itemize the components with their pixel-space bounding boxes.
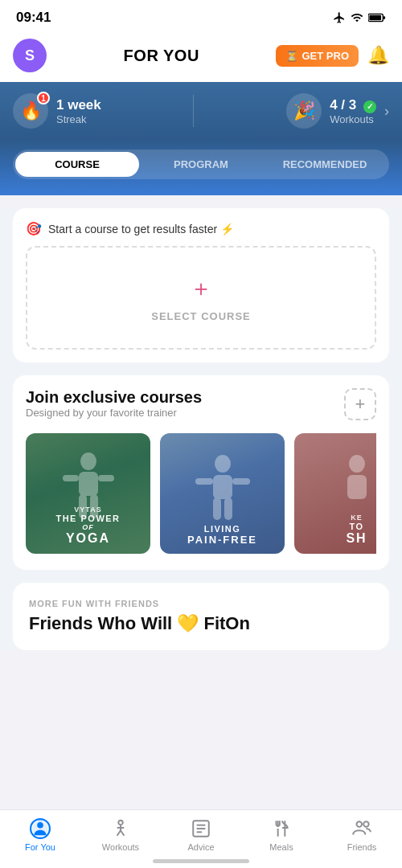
tab-course[interactable]: COURSE — [15, 152, 139, 177]
select-course-box[interactable]: ＋ SELECT COURSE — [26, 246, 376, 350]
svg-point-20 — [37, 822, 43, 829]
partial-thumbnail: KE TO SH — [294, 433, 376, 554]
course-item-partial[interactable]: KE TO SH — [294, 433, 376, 554]
notification-bell-icon[interactable]: 🔔 — [367, 44, 389, 67]
svg-rect-2 — [384, 16, 385, 19]
tab-recommended-label: RECOMMENDED — [283, 158, 367, 170]
join-courses-title-wrap: Join exclusive courses Designed by your … — [26, 388, 202, 430]
friends-tag: MORE FUN WITH FRIENDS — [29, 599, 373, 608]
streak-label: Streak — [56, 113, 101, 125]
svg-rect-14 — [224, 497, 232, 520]
partial-title-1: TO — [294, 522, 376, 531]
partial-trainer: KE — [294, 514, 376, 522]
partial-title-2: SH — [294, 531, 376, 546]
tab-recommended[interactable]: RECOMMENDED — [263, 152, 387, 177]
nav-item-friends[interactable]: Friends — [338, 818, 386, 852]
svg-rect-10 — [213, 475, 232, 499]
avatar[interactable]: S — [13, 39, 47, 72]
course-card: 🎯 Start a course to get results faster ⚡… — [13, 208, 389, 362]
friends-nav-label: Friends — [347, 842, 377, 852]
tab-selector: COURSE PROGRAM RECOMMENDED — [13, 149, 389, 179]
yoga-trainer: VYTAS — [26, 506, 150, 514]
svg-point-21 — [118, 821, 122, 825]
chevron-right-icon: › — [384, 103, 389, 120]
advice-icon — [191, 818, 211, 839]
for-you-label: For You — [25, 842, 55, 852]
svg-rect-16 — [347, 475, 367, 499]
nav-item-workouts[interactable]: Workouts — [96, 818, 145, 852]
join-courses-title: Join exclusive courses — [26, 388, 202, 407]
svg-point-9 — [215, 455, 231, 473]
get-pro-button[interactable]: ⏳ GET PRO — [276, 45, 359, 67]
select-course-label: SELECT COURSE — [151, 310, 251, 322]
get-pro-emoji: ⏳ — [285, 50, 298, 62]
status-bar: 09:41 — [0, 0, 402, 32]
workouts-icon — [110, 818, 131, 839]
svg-rect-12 — [232, 478, 250, 485]
status-icons — [333, 11, 386, 24]
nav-item-for-you[interactable]: For You — [16, 818, 64, 852]
advice-label: Advice — [187, 842, 214, 852]
streak-text: 1 week Streak — [56, 97, 101, 125]
yoga-thumbnail: VYTAS THE POWER of YOGA — [26, 433, 150, 554]
svg-line-24 — [121, 830, 124, 836]
streak-stat: 🔥 1 1 week Streak — [13, 93, 101, 129]
wifi-icon — [351, 11, 363, 24]
stat-divider — [193, 95, 194, 127]
painfree-thumbnail: LIVING PAIN-FREE — [160, 433, 285, 554]
workouts-stat: 🎉 4 / 3 ✓ Workouts › — [286, 93, 389, 129]
painfree-title-2: PAIN-FREE — [160, 534, 285, 546]
get-pro-label: GET PRO — [302, 50, 349, 62]
select-course-plus-icon: ＋ — [190, 273, 212, 304]
yoga-title-accent: of — [26, 523, 150, 531]
header-title: FOR YOU — [124, 47, 199, 65]
airplane-icon — [333, 11, 346, 24]
check-badge: ✓ — [363, 100, 376, 113]
workout-text: 4 / 3 ✓ Workouts — [330, 97, 376, 125]
course-item-yoga[interactable]: VYTAS THE POWER of YOGA — [26, 433, 150, 554]
svg-rect-6 — [98, 475, 114, 481]
header-right: ⏳ GET PRO 🔔 — [276, 44, 389, 67]
workouts-label: Workouts — [102, 842, 139, 852]
home-indicator — [153, 859, 249, 863]
streak-value: 1 week — [56, 97, 101, 113]
join-courses-add-button[interactable]: + — [344, 388, 376, 420]
course-item-painfree[interactable]: LIVING PAIN-FREE — [160, 433, 285, 554]
partial-label: KE TO SH — [294, 514, 376, 546]
workout-label: Workouts — [330, 113, 376, 125]
header: S FOR YOU ⏳ GET PRO 🔔 — [0, 32, 402, 82]
workout-icon: 🎉 — [286, 93, 322, 129]
workout-value: 4 / 3 ✓ — [330, 97, 376, 113]
friends-icon — [351, 818, 372, 839]
svg-rect-1 — [369, 15, 381, 20]
tab-program[interactable]: PROGRAM — [139, 152, 263, 177]
main-content: 🎯 Start a course to get results faster ⚡… — [0, 208, 402, 650]
svg-point-3 — [80, 452, 96, 470]
tab-selector-wrap: COURSE PROGRAM RECOMMENDED — [0, 140, 402, 195]
stats-banner[interactable]: 🔥 1 1 week Streak 🎉 4 / 3 ✓ Workouts › — [0, 82, 402, 140]
svg-rect-5 — [63, 475, 79, 481]
svg-rect-11 — [195, 478, 213, 485]
tab-course-label: COURSE — [55, 158, 100, 170]
courses-scroll[interactable]: VYTAS THE POWER of YOGA — [26, 433, 376, 557]
tab-program-label: PROGRAM — [174, 158, 228, 170]
friends-banner[interactable]: MORE FUN WITH FRIENDS Friends Who Will 💛… — [13, 583, 389, 650]
yoga-label: VYTAS THE POWER of YOGA — [26, 506, 150, 546]
svg-rect-4 — [79, 472, 98, 496]
course-header-text: Start a course to get results faster ⚡ — [48, 223, 234, 235]
svg-point-34 — [363, 821, 369, 827]
painfree-title-1: LIVING — [160, 524, 285, 534]
streak-badge: 1 — [37, 92, 50, 104]
fire-emoji: 🔥 — [20, 100, 42, 121]
status-time: 09:41 — [16, 10, 51, 26]
nav-item-meals[interactable]: Meals — [257, 818, 306, 852]
join-courses-header: Join exclusive courses Designed by your … — [26, 388, 376, 430]
svg-rect-13 — [213, 497, 221, 520]
target-emoji: 🎯 — [26, 221, 42, 236]
yoga-title-2: YOGA — [26, 531, 150, 546]
nav-item-advice[interactable]: Advice — [177, 818, 225, 852]
meals-icon — [271, 818, 292, 839]
svg-point-15 — [349, 455, 365, 473]
battery-icon — [368, 13, 386, 23]
for-you-icon — [30, 818, 51, 839]
